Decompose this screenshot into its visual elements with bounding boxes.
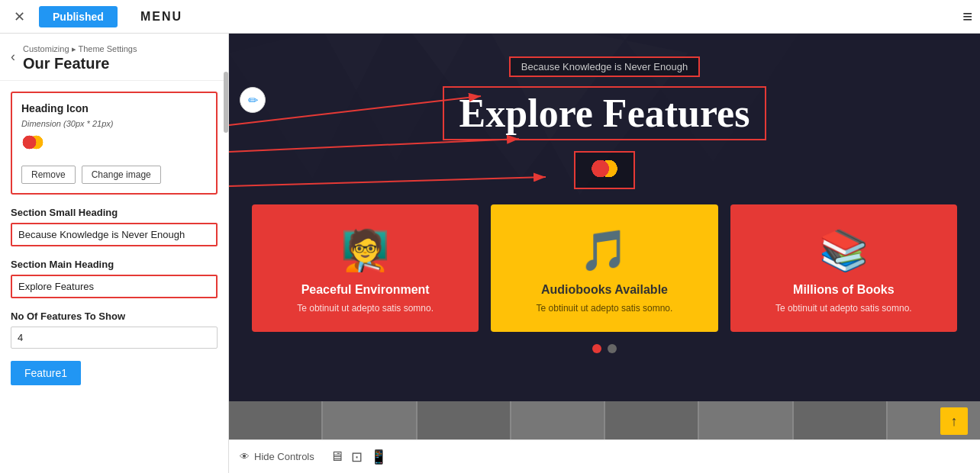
sidebar: ‹ Customizing ▸ Theme Settings Our Featu… [0, 34, 229, 473]
small-heading-group: Section Small Heading [11, 207, 218, 246]
hamburger-icon: ≡ [962, 7, 972, 27]
card-peaceful-desc: Te obtinuit ut adepto satis somno. [297, 303, 434, 314]
back-button[interactable]: ‹ [11, 49, 15, 65]
sidebar-scrollbar[interactable] [224, 72, 228, 133]
card-audiobooks-desc: Te obtinuit ut adepto satis somno. [537, 303, 673, 314]
small-heading-preview: Because Knowledge is Never Enough [509, 56, 700, 77]
heading-icon-sub: Dimension (30px * 21px) [21, 119, 207, 128]
tablet-button[interactable]: ⊡ [351, 449, 363, 465]
small-heading-box: Because Knowledge is Never Enough [260, 56, 949, 86]
icon-preview-box-wrapper [260, 151, 949, 189]
top-bar: ✕ Published MENU ≡ [0, 0, 980, 34]
cards-row: 🧑‍🏫 Peaceful Environment Te obtinuit ut … [229, 204, 980, 332]
small-heading-label: Section Small Heading [11, 207, 218, 218]
card-books-icon: 📚 [819, 227, 869, 274]
heading-icon-label: Heading Icon [21, 102, 207, 114]
bottom-strip [229, 401, 980, 439]
device-icons: 🖥 ⊡ 📱 [330, 449, 387, 465]
preview-area: ✏ Because Knowledge is Never Enough Expl… [229, 34, 980, 473]
card-peaceful-title: Peaceful Environment [301, 283, 430, 297]
features-count-input[interactable] [11, 327, 218, 349]
sidebar-scroll: Heading Icon Dimension (30px * 21px) Rem… [0, 81, 228, 473]
sidebar-header: ‹ Customizing ▸ Theme Settings Our Featu… [0, 34, 228, 81]
main-layout: ‹ Customizing ▸ Theme Settings Our Featu… [0, 34, 980, 473]
small-heading-input[interactable] [11, 223, 218, 246]
icon-circle [591, 159, 618, 179]
sidebar-title: Our Feature [23, 55, 109, 72]
close-button[interactable]: ✕ [8, 5, 31, 28]
card-audiobooks-title: Audiobooks Available [541, 283, 668, 297]
monitor-button[interactable]: 🖥 [330, 449, 343, 465]
bottom-bar: 👁 Hide Controls 🖥 ⊡ 📱 [229, 439, 980, 473]
features-count-label: No Of Features To Show [11, 311, 218, 322]
features-count-group: No Of Features To Show [11, 311, 218, 349]
heading-icon-section: Heading Icon Dimension (30px * 21px) Rem… [11, 92, 218, 195]
icon-btn-row: Remove Change image [21, 166, 207, 184]
preview-inner: ✏ Because Knowledge is Never Enough Expl… [229, 34, 980, 473]
card-books-title: Millions of Books [793, 283, 894, 297]
dot-2[interactable] [608, 344, 617, 353]
main-heading-label: Section Main Heading [11, 259, 218, 270]
main-heading-group: Section Main Heading [11, 259, 218, 298]
hide-controls-button[interactable]: 👁 Hide Controls [240, 451, 314, 462]
card-peaceful-icon: 🧑‍🏫 [340, 227, 390, 274]
sidebar-title-area: Customizing ▸ Theme Settings Our Feature [23, 41, 137, 72]
dots-row [229, 344, 980, 353]
preview-top-section: Because Knowledge is Never Enough Explor… [229, 34, 980, 204]
published-button[interactable]: Published [39, 6, 118, 27]
dot-1[interactable] [592, 344, 601, 353]
card-peaceful: 🧑‍🏫 Peaceful Environment Te obtinuit ut … [252, 204, 479, 332]
card-audiobooks-icon: 🎵 [579, 227, 629, 274]
eye-icon: 👁 [240, 451, 250, 462]
change-image-button[interactable]: Change image [82, 166, 161, 184]
feature1-tab-button[interactable]: Feature1 [11, 361, 81, 385]
main-heading-input[interactable] [11, 275, 218, 298]
edit-pencil-button[interactable]: ✏ [240, 87, 266, 113]
hide-controls-label: Hide Controls [254, 451, 314, 462]
menu-label: MENU [140, 10, 182, 24]
breadcrumb: Customizing ▸ Theme Settings [23, 44, 137, 53]
card-books: 📚 Millions of Books Te obtinuit ut adept… [730, 204, 957, 332]
remove-button[interactable]: Remove [21, 166, 76, 184]
main-heading-preview: Explore Features [443, 86, 767, 140]
phone-button[interactable]: 📱 [370, 449, 387, 465]
icon-preview-box [574, 151, 635, 189]
heading-icon-preview [21, 134, 44, 150]
card-books-desc: Te obtinuit ut adepto satis somno. [775, 303, 912, 314]
main-heading-box-wrapper: Explore Features [260, 86, 949, 151]
scroll-top-button[interactable]: ↑ [940, 407, 968, 435]
card-audiobooks: 🎵 Audiobooks Available Te obtinuit ut ad… [491, 204, 717, 332]
